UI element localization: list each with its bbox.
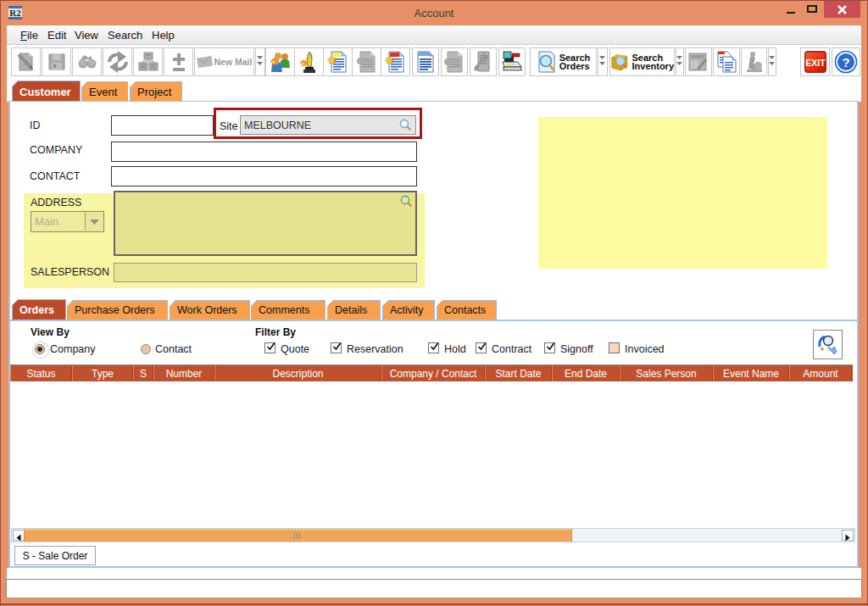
- svg-text:?: ?: [842, 55, 849, 69]
- svg-text:EXIT: EXIT: [805, 58, 826, 68]
